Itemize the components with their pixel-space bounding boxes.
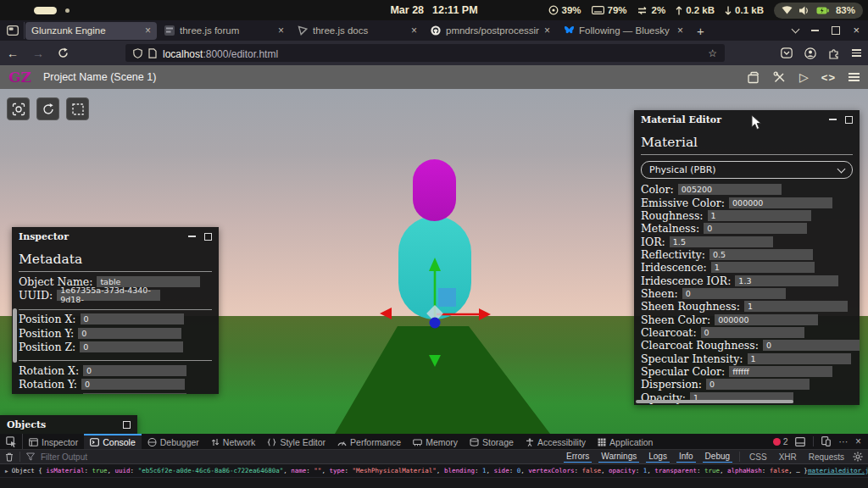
window-minimize-icon[interactable] bbox=[811, 30, 819, 31]
field-input[interactable]: 1.3 bbox=[735, 275, 838, 286]
panel-restore-icon[interactable] bbox=[204, 233, 212, 241]
inspector-header[interactable]: Inspector bbox=[12, 227, 219, 246]
tab-close-icon[interactable]: × bbox=[278, 25, 284, 36]
field-input[interactable]: 1.5 bbox=[670, 236, 773, 247]
field-input[interactable]: 0 bbox=[701, 327, 804, 338]
field-input[interactable]: 0 bbox=[83, 365, 186, 376]
console-filter-css[interactable]: CSS bbox=[747, 452, 770, 463]
disclosure-triangle-icon[interactable]: ▶ bbox=[5, 468, 8, 474]
browser-tab[interactable]: three.js forum × bbox=[159, 22, 290, 40]
field-input[interactable]: 0 bbox=[763, 340, 860, 351]
pick-element-button[interactable] bbox=[0, 434, 23, 449]
field-input[interactable]: 1 bbox=[708, 210, 811, 221]
tools-icon[interactable] bbox=[773, 71, 787, 84]
console-filter-requests[interactable]: Requests bbox=[806, 452, 847, 463]
clear-console-trash-icon[interactable] bbox=[5, 452, 14, 462]
panel-restore-icon[interactable] bbox=[845, 116, 853, 124]
field-input[interactable]: 000000 bbox=[729, 197, 832, 208]
export-package-icon[interactable] bbox=[747, 71, 760, 84]
devtools-tab-storage[interactable]: Storage bbox=[464, 434, 520, 449]
field-input[interactable]: 1 bbox=[711, 262, 815, 273]
system-tray[interactable]: 83% bbox=[774, 3, 863, 19]
devtools-tab-inspector[interactable]: Inspector bbox=[23, 434, 84, 449]
pocket-icon[interactable] bbox=[781, 47, 793, 58]
field-input[interactable]: 0 bbox=[81, 313, 184, 324]
devtools-tab-accessibility[interactable]: Accessibility bbox=[520, 434, 592, 449]
console-source-link[interactable]: materialeditor.js:218:10 bbox=[808, 467, 868, 474]
console-filter-debug[interactable]: Debug bbox=[703, 451, 732, 463]
devtools-tab-memory[interactable]: Memory bbox=[407, 434, 464, 449]
devtools-tab-style-editor[interactable]: Style Editor bbox=[261, 434, 331, 449]
list-all-tabs-icon[interactable] bbox=[792, 25, 800, 34]
responsive-design-icon[interactable] bbox=[821, 436, 831, 446]
scale-tool-button[interactable] bbox=[66, 97, 89, 120]
field-input[interactable]: 0 bbox=[706, 379, 810, 390]
devtools-tab-console[interactable]: Console bbox=[84, 434, 142, 449]
extensions-puzzle-icon[interactable] bbox=[828, 47, 840, 59]
page-icon[interactable] bbox=[148, 48, 157, 58]
browser-tab[interactable]: pmndrs/postprocessing: A × bbox=[425, 22, 556, 40]
editor-menu-icon[interactable] bbox=[849, 73, 860, 81]
field-input[interactable]: 0 bbox=[80, 341, 183, 352]
firefox-view-icon[interactable] bbox=[2, 22, 25, 39]
devtools-meatball-menu-icon[interactable]: ⋯ bbox=[838, 436, 848, 446]
devtools-tab-application[interactable]: Application bbox=[592, 434, 659, 449]
panel-minimize-icon[interactable] bbox=[829, 119, 837, 120]
console-filter-logs[interactable]: Logs bbox=[646, 451, 670, 463]
panel-restore-icon[interactable] bbox=[123, 421, 131, 429]
field-input[interactable]: 0 bbox=[81, 379, 185, 390]
tab-close-icon[interactable]: × bbox=[677, 25, 683, 36]
field-input[interactable]: 1 bbox=[748, 353, 851, 364]
panel-minimize-icon[interactable] bbox=[188, 236, 196, 237]
inspector-scrollbar[interactable] bbox=[13, 308, 17, 363]
app-logo[interactable]: GZ bbox=[8, 69, 31, 86]
console-settings-gear-icon[interactable] bbox=[853, 452, 863, 462]
material-editor-header[interactable]: Material Editor bbox=[634, 110, 860, 129]
forward-button[interactable]: → bbox=[32, 47, 44, 60]
rotate-tool-button[interactable] bbox=[36, 97, 59, 120]
material-type-select[interactable]: Physical (PBR) bbox=[641, 161, 853, 179]
console-filter-errors[interactable]: Errors bbox=[564, 451, 592, 463]
tab-close-icon[interactable]: × bbox=[145, 25, 151, 36]
split-console-icon[interactable] bbox=[795, 437, 805, 446]
devtools-tab-debugger[interactable]: Debugger bbox=[142, 434, 205, 449]
console-filter-info[interactable]: Info bbox=[676, 451, 696, 463]
browser-tab[interactable]: Glunzunk Engine × bbox=[25, 22, 157, 40]
translate-tool-button[interactable] bbox=[7, 97, 30, 120]
browser-menu-icon[interactable] bbox=[852, 49, 861, 57]
new-tab-button[interactable]: + bbox=[690, 24, 711, 38]
url-bar[interactable]: localhost:8000/editor.html ☆ bbox=[125, 44, 725, 62]
filter-output-input[interactable]: Filter Output bbox=[41, 452, 87, 462]
console-filter-xhr[interactable]: XHR bbox=[776, 452, 799, 463]
browser-tab[interactable]: three.js docs × bbox=[292, 22, 423, 40]
shield-icon[interactable] bbox=[133, 48, 142, 58]
account-icon[interactable] bbox=[804, 47, 816, 59]
field-input[interactable]: 0 bbox=[704, 223, 807, 234]
devtools-close-icon[interactable]: × bbox=[855, 435, 861, 447]
field-input[interactable]: 000000 bbox=[715, 314, 818, 325]
window-maximize-icon[interactable] bbox=[832, 26, 840, 35]
tab-close-icon[interactable]: × bbox=[544, 25, 550, 36]
error-badge[interactable]: 2 bbox=[773, 436, 788, 446]
devtools-tab-network[interactable]: Network bbox=[205, 434, 262, 449]
devtools-tab-performance[interactable]: Performance bbox=[331, 434, 407, 449]
field-input[interactable]: 1 bbox=[744, 301, 848, 312]
field-input[interactable]: 0 bbox=[682, 288, 786, 299]
console-filter-warnings[interactable]: Warnings bbox=[598, 451, 639, 463]
back-button[interactable]: ← bbox=[7, 47, 19, 60]
console-log-row[interactable]: ▶ Object { isMaterial: true, uuid: "eb5c… bbox=[0, 464, 868, 478]
field-input[interactable]: 0 bbox=[78, 328, 181, 339]
transform-gizmo[interactable] bbox=[373, 254, 500, 373]
capsule-head-mesh[interactable] bbox=[413, 159, 456, 221]
field-input[interactable]: ffffff bbox=[729, 366, 832, 377]
field-input[interactable]: 0.5 bbox=[709, 249, 813, 260]
window-close-icon[interactable]: × bbox=[853, 26, 860, 35]
code-view-icon[interactable]: <> bbox=[821, 71, 836, 84]
field-input[interactable]: 0 bbox=[83, 393, 186, 394]
material-hscrollbar[interactable] bbox=[636, 400, 793, 403]
tab-close-icon[interactable]: × bbox=[411, 25, 417, 36]
play-button[interactable]: ▷ bbox=[799, 70, 809, 84]
bookmark-star-icon[interactable]: ☆ bbox=[708, 47, 717, 59]
browser-tab[interactable]: Following — Bluesky × bbox=[558, 22, 689, 40]
objects-header[interactable]: Objects bbox=[0, 415, 137, 434]
